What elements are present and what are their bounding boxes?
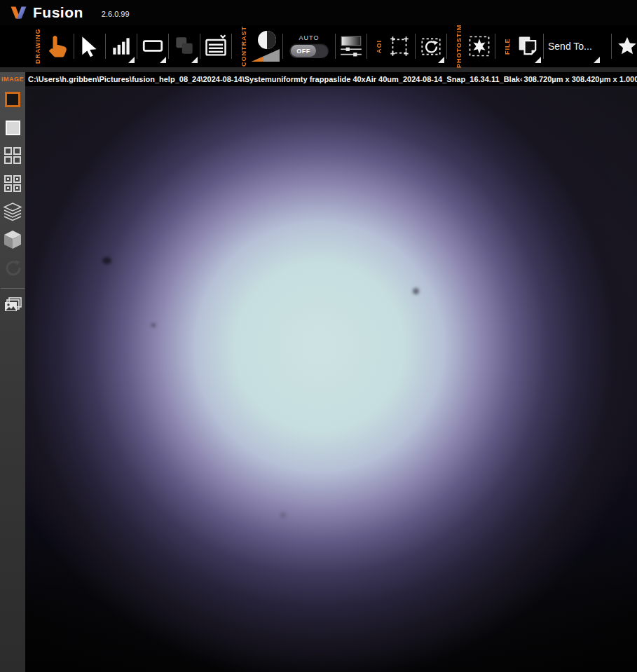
- sidebar-item-multi-view[interactable]: [2, 173, 23, 194]
- dropdown-triangle-icon: [128, 57, 135, 63]
- contrast-group-label: CONTRAST: [238, 27, 249, 66]
- sidebar-item-quad-view[interactable]: [2, 145, 23, 166]
- toggle-knob[interactable]: OFF: [291, 45, 316, 57]
- toggle-pill[interactable]: OFF: [289, 43, 329, 58]
- levels-tool-button[interactable]: [336, 27, 367, 66]
- fusion-logo-icon: [9, 4, 28, 21]
- dropdown-triangle-icon: [438, 57, 444, 63]
- image-sidebar: IMAGE: [0, 72, 25, 672]
- gallery-images-icon: [3, 296, 22, 315]
- grid-2x2-nested-icon: [4, 174, 22, 193]
- dropdown-triangle-icon: [191, 57, 198, 63]
- cube-3d-icon: [4, 230, 22, 249]
- toolbar-separator: [231, 34, 232, 59]
- dust-speck: [280, 512, 286, 518]
- sidebar-item-3d-volume[interactable]: [2, 229, 23, 250]
- star-icon: [616, 35, 637, 57]
- copy-tool-button[interactable]: [512, 27, 543, 66]
- layers-stack-icon: [3, 202, 22, 221]
- aoi-select-tool-button[interactable]: [384, 27, 415, 66]
- hand-icon: [46, 34, 71, 59]
- toolbar-separator: [367, 34, 367, 59]
- sidebar-item-single-view-active[interactable]: [2, 89, 23, 110]
- copy-clipboard-icon: [514, 33, 541, 60]
- photostim-group-label: PHOTOSTIM: [453, 27, 464, 66]
- square-icon: [6, 121, 20, 135]
- aoi-group-label: AOI: [374, 27, 384, 66]
- auto-contrast-toggle[interactable]: AUTO OFF: [283, 27, 335, 66]
- sidebar-item-gallery[interactable]: [2, 295, 23, 316]
- photostim-tool-button[interactable]: [464, 27, 495, 66]
- aoi-selection-icon: [387, 34, 412, 59]
- sidebar-divider: [1, 288, 25, 289]
- overlapping-squares-icon: [172, 34, 196, 58]
- sidebar-item-single-view[interactable]: [2, 117, 23, 138]
- dropdown-triangle-icon: [535, 57, 541, 63]
- app-title: Fusion: [33, 4, 83, 21]
- aoi-rotate-tool-button[interactable]: [416, 27, 446, 66]
- image-path-bar: C:\Users\h.gribben\Pictures\fusion_help_…: [25, 72, 637, 86]
- rotate-selection-icon: [418, 34, 444, 59]
- file-group-label: FILE: [502, 27, 512, 66]
- title-bar: Fusion 2.6.0.99: [0, 0, 637, 25]
- pointer-tool-button[interactable]: [74, 27, 105, 66]
- hand-tool-button[interactable]: [43, 27, 74, 66]
- grid-2x2-icon: [4, 146, 22, 165]
- toolbar-separator: [446, 34, 447, 59]
- photostim-star-icon: [467, 34, 492, 59]
- sidebar-item-z-stack[interactable]: [2, 201, 23, 222]
- dust-speck: [102, 257, 111, 264]
- file-path-text: C:\Users\h.gribben\Pictures\fusion_help_…: [28, 75, 523, 83]
- app-version: 2.6.0.99: [102, 10, 130, 18]
- histogram-icon: [109, 34, 133, 58]
- shapes-tool-button[interactable]: [169, 27, 200, 66]
- histogram-tool-button[interactable]: [106, 27, 137, 66]
- dust-speck: [413, 288, 419, 294]
- auto-label: AUTO: [299, 34, 320, 41]
- dropdown-triangle-icon: [594, 57, 600, 63]
- image-canvas[interactable]: [25, 86, 637, 672]
- sidebar-item-rotate-view[interactable]: [2, 257, 23, 278]
- rectangle-tool-button[interactable]: [137, 27, 168, 66]
- sidebar-title: IMAGE: [1, 76, 24, 83]
- contrast-icon: [250, 28, 281, 64]
- rectangle-icon: [141, 34, 165, 58]
- levels-sliders-icon: [338, 34, 364, 59]
- send-to-button[interactable]: Send To...: [544, 27, 611, 66]
- annotation-list-tool-button[interactable]: [200, 27, 231, 66]
- main-toolbar: DRAWING: [0, 25, 637, 67]
- rotate-arrow-icon: [3, 258, 22, 277]
- toolbar-divider: [0, 67, 637, 72]
- star-favorite-button[interactable]: [612, 27, 637, 66]
- image-dimensions-text: 308.720µm x 308.420µm x 1.000µm: [524, 75, 637, 83]
- active-square-icon: [5, 92, 20, 107]
- dust-speck: [151, 323, 156, 327]
- cursor-arrow-icon: [78, 34, 102, 58]
- drawing-group-label: DRAWING: [32, 27, 43, 66]
- contrast-tool-button[interactable]: [249, 27, 282, 66]
- toolbar-separator: [495, 34, 495, 59]
- annotation-list-icon: [203, 34, 228, 59]
- send-to-label: Send To...: [544, 41, 602, 52]
- dropdown-triangle-icon: [160, 57, 166, 63]
